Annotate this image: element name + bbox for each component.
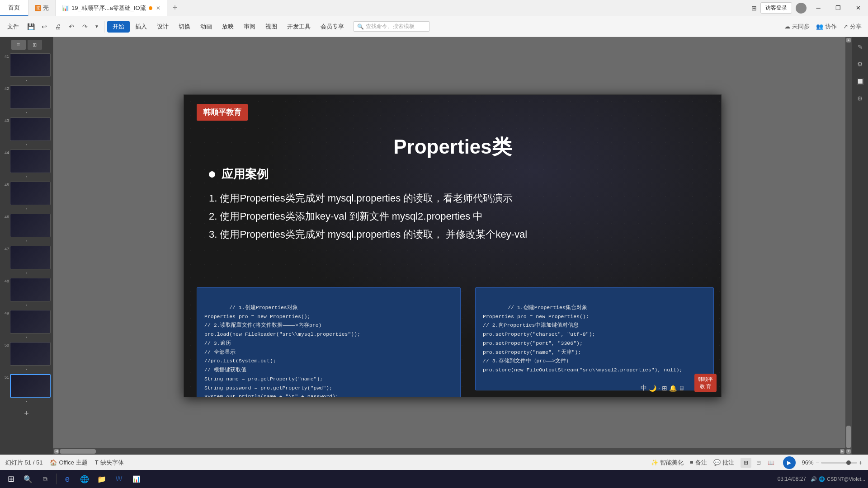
sync-button[interactable]: ☁未同步	[784, 23, 810, 31]
collab-button[interactable]: 👥协作	[816, 23, 837, 31]
slide-thumb-43[interactable]	[10, 117, 51, 141]
theme-label[interactable]: 🏠 Office 主题	[50, 459, 87, 467]
search-taskbar[interactable]: 🔍	[20, 471, 36, 487]
undo-icon[interactable]: ↩	[38, 20, 51, 33]
grid-view-button[interactable]: ⊟	[753, 458, 764, 468]
slide-thumb-49[interactable]	[10, 310, 51, 333]
slide-thumb-45[interactable]	[10, 182, 51, 205]
insert-tab-button[interactable]: 插入	[131, 21, 151, 32]
normal-view-button[interactable]: ⊞	[741, 458, 751, 468]
present-tab-button[interactable]: 放映	[217, 21, 238, 32]
right-panel-icon-1[interactable]: ✎	[854, 41, 867, 53]
animation-tab-button[interactable]: 动画	[196, 21, 217, 32]
search-box[interactable]: 🔍 查找命令、搜索模板	[353, 21, 430, 32]
slide-thumb-row: 45	[0, 182, 53, 205]
missing-font-label[interactable]: T 缺失字体	[95, 459, 124, 467]
share-button[interactable]: ↗分享	[843, 23, 862, 31]
zoom-level-label[interactable]: 96%	[802, 459, 814, 466]
restore-button[interactable]: ❐	[830, 2, 846, 14]
app-taskbar[interactable]: 📊	[128, 471, 144, 487]
zoom-decrease-button[interactable]: −	[816, 459, 819, 466]
devtools-tab-button[interactable]: 开发工具	[283, 21, 315, 32]
numbered-list: 1. 使用Properties类完成对 mysql.properties 的读取…	[209, 192, 527, 241]
slide-thumb-row: 48	[0, 278, 53, 301]
smart-beautify-button[interactable]: ✨ 智能美化	[651, 459, 684, 467]
taskview-button[interactable]: ⧉	[37, 471, 53, 487]
member-tab-button[interactable]: 会员专享	[316, 21, 349, 32]
comments-button[interactable]: 💬 批注	[713, 459, 734, 467]
redo-icon[interactable]: ↷	[79, 20, 91, 33]
user-avatar	[796, 3, 807, 14]
chevron-down-icon[interactable]: ▼	[92, 20, 101, 33]
add-tab-button[interactable]: +	[167, 0, 183, 16]
notes-button[interactable]: ≡ 备注	[690, 459, 707, 467]
slide-thumb-row: 43	[0, 117, 53, 141]
slide-thumb-row: 49	[0, 310, 53, 333]
slide-thumb-51[interactable]	[10, 374, 51, 398]
slide-thumb-row: 46	[0, 214, 53, 237]
view-buttons: ⊞ ⊟ 📖	[741, 458, 777, 468]
bullet-section: 应用案例	[209, 166, 269, 182]
slide-thumb-row: 47	[0, 246, 53, 269]
explorer-taskbar[interactable]: 📁	[94, 471, 110, 487]
time-label: 03:14/08:27	[778, 476, 806, 482]
slide-thumb-44[interactable]	[10, 150, 51, 173]
login-button[interactable]: 访客登录	[760, 2, 792, 14]
tab-presentation[interactable]: 📊 19_韩顺平序...a零基础_IO流 ✕	[56, 0, 167, 16]
slide-thumb-row: 41	[0, 53, 53, 77]
transition-tab-button[interactable]: 切换	[174, 21, 195, 32]
slide-thumb-50[interactable]	[10, 342, 51, 366]
view-tab-button[interactable]: 视图	[261, 21, 282, 32]
tab-shell[interactable]: 壳 壳	[28, 0, 56, 16]
edge-taskbar[interactable]: e	[59, 471, 75, 487]
slide-thumb-row: 42	[0, 85, 53, 109]
zoom-controls: 96% − +	[802, 459, 863, 466]
code-block-right: // 1.创建Properties集合对象 Properties pro = n…	[475, 287, 714, 390]
word-taskbar[interactable]: W	[111, 471, 127, 487]
close-tab-icon[interactable]: ✕	[156, 5, 160, 11]
right-panel-icon-4[interactable]: ⚙	[854, 92, 867, 105]
slide-thumb-row: 44	[0, 150, 53, 173]
slide-canvas: 韩顺平教育 Properties类 应用案例 1. 使用Properties类完…	[184, 94, 722, 397]
reading-view-button[interactable]: 📖	[766, 458, 777, 468]
brand-badge: 韩顺平教育	[197, 104, 248, 121]
grid-view-button[interactable]: ⊞	[28, 40, 42, 50]
popup-icons: 中 🌙 · ⊞ 🔔 🖥	[641, 384, 685, 392]
slide-thumb-46[interactable]	[10, 214, 51, 237]
start-tab-button[interactable]: 开始	[107, 21, 130, 33]
undo2-icon[interactable]: ↶	[65, 20, 78, 33]
zoom-increase-button[interactable]: +	[859, 459, 863, 466]
slide-title: Properties类	[184, 134, 721, 160]
close-button[interactable]: ✕	[850, 2, 866, 14]
right-panel-icon-3[interactable]: 🔲	[854, 75, 867, 88]
add-slide-button[interactable]: +	[6, 408, 47, 419]
slide-thumb-47[interactable]	[10, 246, 51, 269]
play-button[interactable]: ▶	[783, 456, 796, 469]
slide-thumb-42[interactable]	[10, 85, 51, 109]
windows-icon: ⊞	[751, 5, 757, 12]
zoom-slider[interactable]	[821, 462, 857, 464]
save-icon[interactable]: 💾	[24, 20, 37, 33]
print-icon[interactable]: 🖨	[52, 20, 64, 33]
search-icon: 🔍	[357, 23, 364, 30]
chrome-taskbar[interactable]: 🌐	[76, 471, 93, 487]
slide-thumb-41[interactable]	[10, 53, 51, 77]
slide-thumb-row: 50	[0, 342, 53, 366]
brand-overlay-popup: 韩顺平 教 育	[694, 374, 717, 392]
slide-thumb-row: 51	[0, 374, 53, 398]
review-tab-button[interactable]: 审阅	[239, 21, 260, 32]
slide-count: 幻灯片 51 / 51	[5, 459, 42, 467]
slide-thumb-48[interactable]	[10, 278, 51, 301]
code-block-left: // 1.创建Properties对象 Properties pro = new…	[197, 287, 461, 397]
right-panel-icon-2[interactable]: ⚙	[854, 58, 867, 70]
start-button[interactable]: ⊞	[3, 471, 19, 487]
tab-home[interactable]: 首页	[0, 0, 28, 16]
design-tab-button[interactable]: 设计	[152, 21, 173, 32]
file-menu-button[interactable]: 文件	[3, 21, 24, 32]
list-view-button[interactable]: ≡	[11, 40, 26, 50]
minimize-button[interactable]: ─	[810, 2, 826, 14]
system-tray: 🔊 🌐 CSDN7@Violet...	[811, 476, 865, 482]
